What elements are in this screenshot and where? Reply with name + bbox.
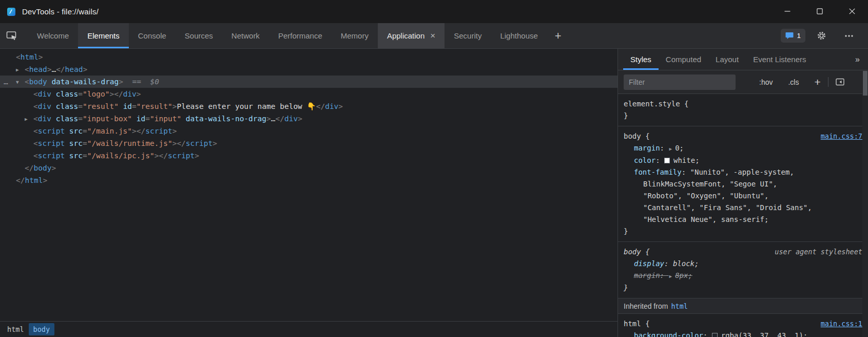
css-property-value: "Cantarell", "Fira Sans", "Droid Sans", bbox=[643, 203, 812, 212]
css-property-name: color bbox=[634, 156, 655, 164]
css-property-value: white; bbox=[673, 156, 700, 164]
css-declaration[interactable]: background-color: rgba(33, 37, 43, 1); bbox=[618, 330, 868, 337]
scrollbar-thumb[interactable] bbox=[863, 71, 867, 96]
tab-performance[interactable]: Performance bbox=[269, 23, 332, 48]
css-property-value: 8px; bbox=[675, 271, 692, 279]
tab-memory[interactable]: Memory bbox=[332, 23, 378, 48]
dom-tree-row[interactable]: …▼<body data-wails-drag> == $0 bbox=[0, 76, 618, 88]
rule-selector[interactable]: body bbox=[624, 130, 641, 142]
style-rule: html {main.css:1background-color: rgba(3… bbox=[618, 314, 868, 337]
css-property-value: "Roboto", "Oxygen", "Ubuntu", bbox=[643, 192, 768, 200]
stylesheet-link[interactable]: main.css:7 bbox=[821, 130, 862, 142]
window-title: DevTools - file://wails/ bbox=[22, 7, 99, 16]
css-declaration[interactable]: "Cantarell", "Fira Sans", "Droid Sans", bbox=[618, 202, 868, 214]
sidebar-tab-layout[interactable]: Layout bbox=[708, 49, 746, 70]
expand-node-icon[interactable]: ▶ bbox=[25, 113, 33, 125]
css-property-name: margin bbox=[634, 271, 660, 279]
stylesheet-link[interactable]: main.css:1 bbox=[821, 318, 862, 330]
tab-label: Elements bbox=[87, 31, 120, 40]
dom-tree: <html>▶<head>…</head>…▼<body data-wails-… bbox=[0, 49, 618, 321]
element-classes-button[interactable]: .cls bbox=[788, 78, 799, 86]
styles-filter-input[interactable] bbox=[624, 74, 736, 90]
more-options-icon[interactable] bbox=[837, 34, 861, 38]
css-declaration[interactable]: margin: ▶0; bbox=[618, 142, 868, 155]
tab-label: Security bbox=[454, 31, 481, 40]
devtools-app-icon bbox=[7, 7, 16, 16]
tab-elements[interactable]: Elements bbox=[78, 23, 129, 48]
tab-security[interactable]: Security bbox=[445, 23, 491, 48]
rule-selector[interactable]: element.style bbox=[624, 98, 680, 110]
css-declaration[interactable]: "Roboto", "Oxygen", "Ubuntu", bbox=[618, 190, 868, 202]
new-style-rule-icon[interactable]: + bbox=[814, 77, 820, 87]
css-declaration[interactable]: font-family: "Nunito", -apple-system, bbox=[618, 166, 868, 178]
tab-label: Application bbox=[387, 31, 425, 40]
styles-panel: StylesComputedLayoutEvent Listeners » :h… bbox=[618, 49, 868, 337]
sidebar-tab-styles[interactable]: Styles bbox=[623, 49, 659, 70]
dom-tree-row[interactable]: ▶<head>…</head> bbox=[0, 63, 618, 76]
close-tab-icon[interactable]: × bbox=[430, 31, 435, 40]
color-swatch[interactable] bbox=[664, 158, 670, 163]
sidebar-tab-event-listeners[interactable]: Event Listeners bbox=[746, 49, 813, 70]
dom-tree-row[interactable]: <div class="result" id="result">Please e… bbox=[0, 100, 618, 113]
expand-shorthand-icon[interactable]: ▶ bbox=[669, 273, 672, 279]
expand-shorthand-icon[interactable]: ▶ bbox=[669, 146, 672, 152]
rule-selector[interactable]: html bbox=[624, 318, 641, 330]
css-property-value: "Helvetica Neue", sans-serif; bbox=[643, 215, 768, 223]
tab-network[interactable]: Network bbox=[222, 23, 269, 48]
rule-selector[interactable]: body bbox=[624, 246, 641, 258]
settings-gear-icon[interactable] bbox=[809, 31, 833, 41]
maximize-button[interactable] bbox=[803, 0, 836, 23]
dom-tree-row[interactable]: <script src="/wails/runtime.js"></script… bbox=[0, 137, 618, 149]
dom-tree-row[interactable]: </body> bbox=[0, 162, 618, 174]
dom-tree-row[interactable]: ▶<div class="input-box" id="input" data-… bbox=[0, 113, 618, 125]
sidebar-tabs: StylesComputedLayoutEvent Listeners bbox=[623, 49, 814, 70]
more-tabs-icon[interactable]: » bbox=[847, 49, 868, 70]
css-property-value: "Nunito", -apple-system, bbox=[690, 168, 794, 176]
css-declaration[interactable]: "Helvetica Neue", sans-serif; bbox=[618, 214, 868, 226]
dom-tree-row[interactable]: </html> bbox=[0, 174, 618, 186]
expand-node-icon[interactable]: ▶ bbox=[16, 64, 25, 76]
css-property-name: display bbox=[634, 259, 664, 268]
dom-tree-row[interactable]: <div class="logo"></div> bbox=[0, 88, 618, 100]
color-swatch[interactable] bbox=[712, 333, 718, 337]
css-property-value: BlinkMacSystemFont, "Segoe UI", bbox=[643, 180, 777, 188]
style-rule: element.style {} bbox=[618, 94, 868, 126]
collapse-node-icon[interactable]: ▼ bbox=[16, 76, 25, 88]
add-tab-button[interactable]: + bbox=[547, 23, 569, 48]
node-more-actions-icon[interactable]: … bbox=[4, 76, 9, 88]
breadcrumb-bar: htmlbody bbox=[0, 321, 618, 337]
chat-bubble-icon bbox=[785, 32, 794, 40]
inherited-node-link[interactable]: html bbox=[671, 302, 688, 310]
styles-scrollbar[interactable] bbox=[862, 70, 868, 337]
css-declaration[interactable]: display: block; bbox=[618, 258, 868, 270]
tab-label: Network bbox=[232, 31, 260, 40]
issues-badge[interactable]: 1 bbox=[781, 29, 805, 43]
inherited-from-label: Inherited from bbox=[624, 302, 668, 310]
css-declaration[interactable]: margin: ▶8px; bbox=[618, 270, 868, 282]
close-button[interactable] bbox=[836, 0, 868, 23]
dom-tree-row[interactable]: <script src="/wails/ipc.js"></script> bbox=[0, 149, 618, 162]
tab-label: Welcome bbox=[37, 31, 69, 40]
css-declaration[interactable]: BlinkMacSystemFont, "Segoe UI", bbox=[618, 178, 868, 190]
tab-welcome[interactable]: Welcome bbox=[28, 23, 78, 48]
styles-rules-list: element.style {}body {main.css:7margin: … bbox=[618, 94, 868, 337]
tab-console[interactable]: Console bbox=[129, 23, 176, 48]
dom-tree-row[interactable]: <script src="/main.js"></script> bbox=[0, 125, 618, 137]
breadcrumb-body[interactable]: body bbox=[29, 323, 55, 335]
tab-application[interactable]: Application× bbox=[378, 23, 445, 48]
devtools-window: DevTools - file://wails/ WelcomeElements… bbox=[0, 0, 868, 337]
inspect-icon[interactable] bbox=[0, 23, 24, 48]
main-toolbar: WelcomeElementsConsoleSourcesNetworkPerf… bbox=[0, 23, 868, 49]
toggle-element-state-button[interactable]: :hov bbox=[759, 78, 773, 86]
tab-label: Memory bbox=[341, 31, 369, 40]
computed-sidebar-icon[interactable] bbox=[836, 78, 844, 86]
panel-tabs: WelcomeElementsConsoleSourcesNetworkPerf… bbox=[28, 23, 547, 48]
breadcrumb-html[interactable]: html bbox=[3, 323, 29, 335]
css-declaration[interactable]: color: white; bbox=[618, 155, 868, 166]
tab-sources[interactable]: Sources bbox=[176, 23, 222, 48]
sidebar-tab-computed[interactable]: Computed bbox=[659, 49, 708, 70]
inherited-from-header: Inherited fromhtml bbox=[618, 298, 868, 314]
tab-lighthouse[interactable]: Lighthouse bbox=[491, 23, 547, 48]
minimize-button[interactable] bbox=[771, 0, 803, 23]
dom-tree-row[interactable]: <html> bbox=[0, 51, 618, 63]
